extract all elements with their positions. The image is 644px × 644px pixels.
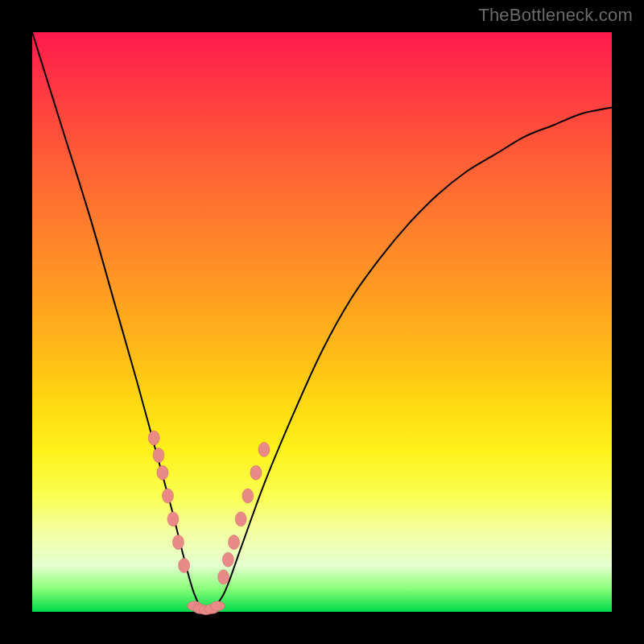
watermark-text: TheBottleneck.com [478, 5, 633, 26]
chart-frame: TheBottleneck.com [0, 0, 644, 644]
highlight-dot [218, 570, 229, 584]
highlight-dot [153, 448, 164, 463]
highlight-dot [222, 552, 233, 567]
highlight-dot [235, 512, 246, 526]
highlight-dot [172, 535, 184, 550]
curve-svg [32, 32, 612, 612]
highlight-dots-bottom [188, 601, 225, 615]
highlight-dot [179, 558, 190, 572]
plot-area [32, 32, 612, 612]
highlight-dot [157, 465, 168, 480]
highlight-dots-right [218, 442, 270, 584]
highlight-dot [148, 431, 159, 445]
bottleneck-curve [32, 32, 612, 612]
highlight-dot [250, 465, 262, 480]
highlight-dot [210, 601, 225, 611]
highlight-dot [167, 512, 179, 526]
highlight-dot [242, 489, 254, 503]
highlight-dot [229, 535, 240, 550]
highlight-dot [162, 489, 173, 503]
highlight-dots-left [148, 431, 189, 572]
highlight-dot [258, 442, 270, 456]
